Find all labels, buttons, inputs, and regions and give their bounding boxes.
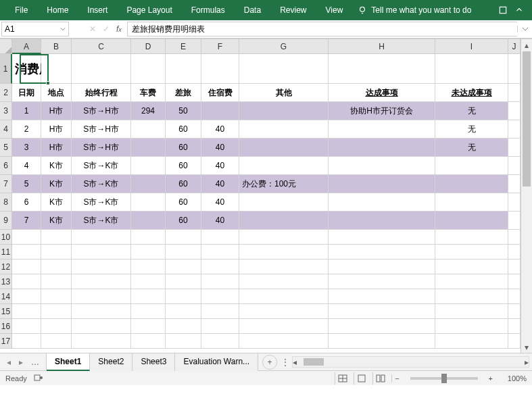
cell[interactable] — [239, 304, 329, 319]
scroll-right-icon[interactable]: ▸ — [525, 356, 529, 368]
tab-home[interactable]: Home — [37, 0, 78, 20]
cell[interactable] — [72, 304, 131, 319]
cell[interactable] — [329, 304, 435, 319]
cell[interactable] — [508, 193, 521, 212]
cell[interactable] — [166, 289, 201, 304]
cell[interactable] — [329, 334, 435, 349]
cell[interactable] — [329, 212, 435, 230]
row-header-1[interactable]: 1 — [0, 54, 12, 84]
h-scroll-thumb[interactable] — [304, 358, 324, 366]
row-header-3[interactable]: 3 — [0, 102, 12, 120]
cell[interactable] — [239, 274, 329, 289]
cell[interactable]: H市 — [41, 102, 72, 120]
cell[interactable] — [201, 259, 239, 274]
cell[interactable]: S市→H市 — [72, 139, 131, 157]
cell[interactable] — [72, 289, 131, 304]
cell[interactable]: 消费用明细表 — [12, 54, 41, 84]
cell[interactable] — [201, 289, 239, 304]
cell[interactable] — [201, 102, 239, 120]
cell[interactable]: 7 — [12, 212, 41, 230]
cell[interactable] — [201, 54, 239, 84]
cell[interactable]: H市 — [41, 120, 72, 139]
zoom-level[interactable]: 100% — [500, 374, 527, 382]
cell[interactable] — [329, 245, 435, 259]
cell[interactable]: 协助H市开订货会 — [329, 102, 435, 120]
sheet-tab-1[interactable]: Sheet2 — [90, 353, 132, 371]
cell[interactable]: S市→K市 — [72, 212, 131, 230]
cell[interactable] — [131, 54, 166, 84]
cell[interactable] — [435, 289, 508, 304]
cell[interactable]: 6 — [12, 193, 41, 212]
cell[interactable] — [508, 334, 521, 349]
zoom-slider-thumb[interactable] — [441, 374, 447, 383]
cell[interactable] — [41, 54, 72, 84]
cell[interactable]: 60 — [166, 175, 201, 193]
cell[interactable]: 无 — [435, 120, 508, 139]
cell[interactable] — [41, 259, 72, 274]
cell[interactable] — [12, 289, 41, 304]
vertical-scrollbar[interactable]: ▴ ▾ — [521, 39, 532, 353]
cell[interactable]: 60 — [166, 120, 201, 139]
expand-formula-bar[interactable] — [517, 26, 532, 32]
row-header-10[interactable]: 10 — [0, 230, 12, 245]
cell[interactable] — [41, 230, 72, 245]
sheet-nav-next[interactable]: ▸ — [16, 356, 26, 368]
cell[interactable] — [239, 54, 329, 84]
row-header-2[interactable]: 2 — [0, 84, 12, 102]
cell[interactable] — [131, 274, 166, 289]
cell[interactable]: 住宿费 — [201, 84, 239, 102]
cell[interactable] — [41, 289, 72, 304]
cell[interactable] — [329, 139, 435, 157]
cell[interactable] — [435, 54, 508, 84]
v-scroll-thumb[interactable] — [523, 51, 531, 187]
cell[interactable]: K市 — [41, 157, 72, 175]
cell[interactable] — [508, 274, 521, 289]
cell[interactable]: 40 — [201, 175, 239, 193]
cell[interactable] — [508, 120, 521, 139]
cell[interactable] — [239, 334, 329, 349]
cell[interactable]: 60 — [166, 193, 201, 212]
view-page-break-button[interactable] — [372, 372, 387, 385]
cell[interactable] — [239, 157, 329, 175]
scroll-up-icon[interactable]: ▴ — [521, 39, 532, 51]
col-header-A[interactable]: A — [12, 39, 41, 54]
row-header-15[interactable]: 15 — [0, 304, 12, 319]
cell[interactable] — [12, 304, 41, 319]
cell[interactable] — [131, 157, 166, 175]
cell[interactable] — [239, 120, 329, 139]
cell[interactable] — [72, 319, 131, 334]
col-header-B[interactable]: B — [41, 39, 72, 54]
cell[interactable] — [435, 193, 508, 212]
cell[interactable]: 60 — [166, 139, 201, 157]
col-header-I[interactable]: I — [435, 39, 508, 54]
cell[interactable] — [166, 259, 201, 274]
scroll-down-icon[interactable]: ▾ — [521, 341, 532, 353]
new-sheet-button[interactable]: + — [262, 355, 277, 370]
cell[interactable]: 达成事项 — [329, 84, 435, 102]
cell[interactable] — [508, 230, 521, 245]
col-header-J[interactable]: J — [508, 39, 521, 54]
cell[interactable] — [435, 230, 508, 245]
cell[interactable]: 2 — [12, 120, 41, 139]
cell[interactable]: K市 — [41, 193, 72, 212]
cell[interactable] — [435, 245, 508, 259]
cell[interactable]: H市 — [41, 139, 72, 157]
cell[interactable] — [201, 319, 239, 334]
col-header-D[interactable]: D — [131, 39, 166, 54]
cell[interactable]: 无 — [435, 102, 508, 120]
cell[interactable] — [508, 102, 521, 120]
cell[interactable] — [201, 334, 239, 349]
cell[interactable]: 4 — [12, 157, 41, 175]
zoom-out-button[interactable]: − — [391, 374, 402, 382]
cell[interactable]: 50 — [166, 102, 201, 120]
cell[interactable]: 无 — [435, 139, 508, 157]
row-header-5[interactable]: 5 — [0, 139, 12, 157]
col-header-H[interactable]: H — [329, 39, 435, 54]
cell[interactable] — [239, 212, 329, 230]
cell[interactable] — [41, 274, 72, 289]
cell[interactable]: S市→K市 — [72, 157, 131, 175]
cell[interactable]: 日期 — [12, 84, 41, 102]
cell[interactable]: 其他 — [239, 84, 329, 102]
cell[interactable] — [41, 334, 72, 349]
cell[interactable]: S市→K市 — [72, 193, 131, 212]
